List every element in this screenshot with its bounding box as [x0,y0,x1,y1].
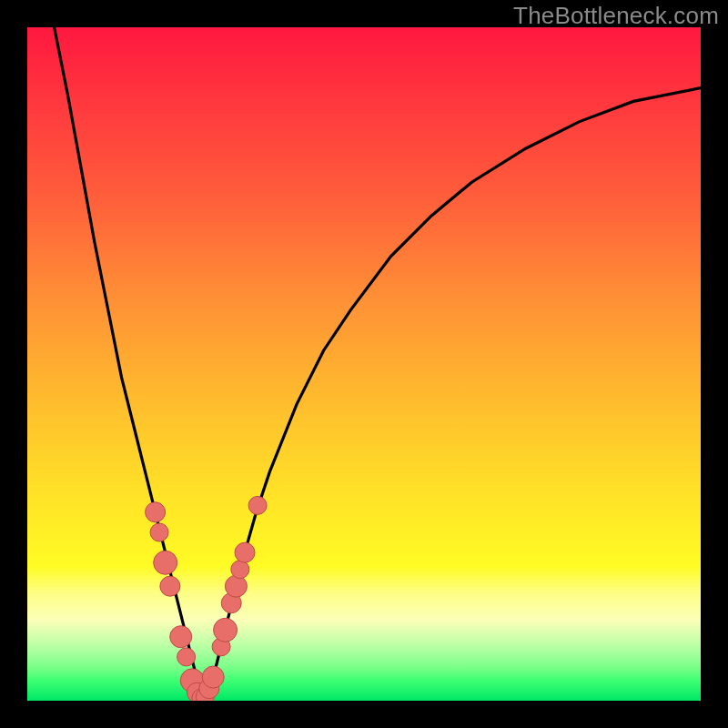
curve-left-branch [55,27,203,701]
sample-dot [170,626,192,648]
curve-right-branch [202,88,701,701]
sample-dot [154,551,177,574]
sample-dots-group [146,496,267,701]
sample-dot [202,666,224,688]
sample-dot [150,523,168,541]
outer-black-frame: TheBottleneck.com [0,0,728,728]
sample-dot [225,575,247,597]
sample-dot [177,648,196,666]
sample-dot [235,542,255,562]
sample-dot [214,618,238,642]
sample-dot [231,561,249,579]
chart-svg [27,27,701,701]
watermark-text: TheBottleneck.com [513,2,719,30]
sample-dot [146,502,166,522]
sample-dot [160,576,180,596]
plot-area [27,27,701,701]
sample-dot [248,496,267,514]
